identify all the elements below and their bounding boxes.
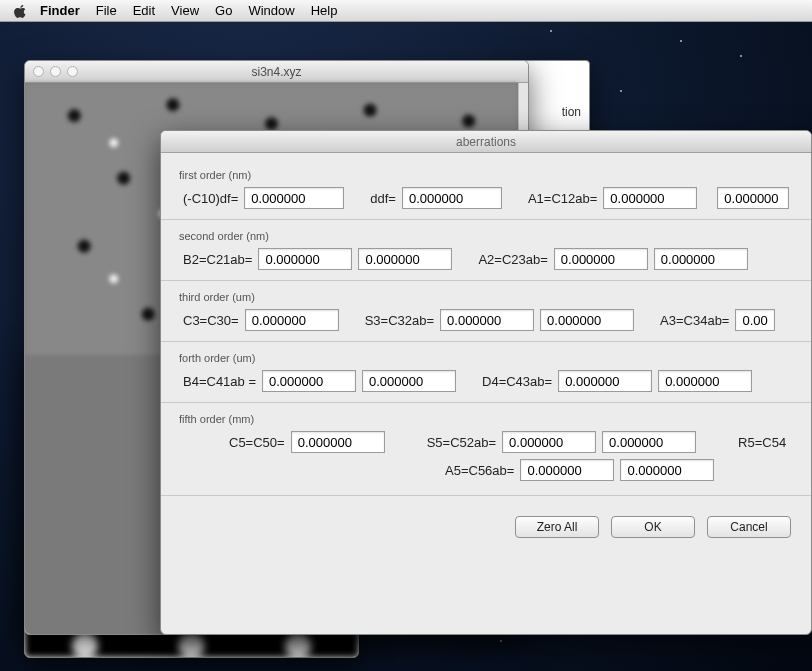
titlebar-aberrations[interactable]: aberrations: [161, 131, 811, 153]
input-s3a[interactable]: [440, 309, 534, 331]
menu-edit[interactable]: Edit: [133, 3, 155, 18]
divider: [161, 280, 811, 281]
input-a1b[interactable]: [717, 187, 789, 209]
label-a3: A3=C34ab=: [660, 313, 729, 328]
group-label-forth-order: forth order (um): [161, 346, 811, 370]
ok-button[interactable]: OK: [611, 516, 695, 538]
group-label-fifth-order: fifth order (mm): [161, 407, 811, 431]
label-s3: S3=C32ab=: [365, 313, 434, 328]
window-aberrations[interactable]: aberrations first order (nm) (-C10)df= d…: [160, 130, 812, 635]
zoom-icon[interactable]: [67, 66, 78, 77]
group-label-second-order: second order (nm): [161, 224, 811, 248]
cancel-button[interactable]: Cancel: [707, 516, 791, 538]
minimize-icon[interactable]: [50, 66, 61, 77]
aberrations-body: first order (nm) (-C10)df= ddf= A1=C12ab…: [161, 153, 811, 552]
menubar-app-name[interactable]: Finder: [40, 3, 80, 18]
label-ddf: ddf=: [370, 191, 396, 206]
row-forth-order: B4=C41ab = D4=C43ab=: [161, 370, 811, 398]
row-fifth-order-2: A5=C56ab=: [161, 459, 811, 491]
label-d4: D4=C43ab=: [482, 374, 552, 389]
input-s5a[interactable]: [502, 431, 596, 453]
row-fifth-order-1: C5=C50= S5=C52ab= R5=C54: [161, 431, 811, 459]
label-b2: B2=C21ab=: [183, 252, 252, 267]
group-label-third-order: third order (um): [161, 285, 811, 309]
input-a5a[interactable]: [520, 459, 614, 481]
label-c10: (-C10)df=: [183, 191, 238, 206]
menu-view[interactable]: View: [171, 3, 199, 18]
input-a2a[interactable]: [554, 248, 648, 270]
input-a3[interactable]: [735, 309, 775, 331]
label-a2: A2=C23ab=: [478, 252, 547, 267]
label-b4: B4=C41ab =: [183, 374, 256, 389]
label-c5: C5=C50=: [229, 435, 285, 450]
label-s5: S5=C52ab=: [427, 435, 496, 450]
traffic-lights[interactable]: [33, 66, 78, 77]
input-a2b[interactable]: [654, 248, 748, 270]
title-si3n4: si3n4.xyz: [25, 65, 528, 79]
input-b2a[interactable]: [258, 248, 352, 270]
menubar: Finder File Edit View Go Window Help: [0, 0, 812, 22]
apple-menu-icon[interactable]: [14, 4, 28, 18]
divider: [161, 495, 811, 496]
menu-window[interactable]: Window: [248, 3, 294, 18]
input-a1a[interactable]: [603, 187, 697, 209]
background-window-fragment: tion: [562, 105, 581, 119]
input-ddf[interactable]: [402, 187, 502, 209]
divider: [161, 341, 811, 342]
label-a5: A5=C56ab=: [445, 463, 514, 478]
input-c3[interactable]: [245, 309, 339, 331]
title-aberrations: aberrations: [161, 135, 811, 149]
label-a1: A1=C12ab=: [528, 191, 597, 206]
divider: [161, 219, 811, 220]
divider: [161, 402, 811, 403]
label-r5: R5=C54: [738, 435, 786, 450]
input-c10[interactable]: [244, 187, 344, 209]
input-c5[interactable]: [291, 431, 385, 453]
input-b2b[interactable]: [358, 248, 452, 270]
close-icon[interactable]: [33, 66, 44, 77]
menu-file[interactable]: File: [96, 3, 117, 18]
input-d4a[interactable]: [558, 370, 652, 392]
group-label-first-order: first order (nm): [161, 163, 811, 187]
menu-help[interactable]: Help: [311, 3, 338, 18]
menu-go[interactable]: Go: [215, 3, 232, 18]
input-b4b[interactable]: [362, 370, 456, 392]
input-s3b[interactable]: [540, 309, 634, 331]
row-second-order: B2=C21ab= A2=C23ab=: [161, 248, 811, 276]
row-first-order: (-C10)df= ddf= A1=C12ab=: [161, 187, 811, 215]
zero-all-button[interactable]: Zero All: [515, 516, 599, 538]
titlebar-si3n4[interactable]: si3n4.xyz: [25, 61, 528, 83]
input-b4a[interactable]: [262, 370, 356, 392]
label-c3: C3=C30=: [183, 313, 239, 328]
input-d4b[interactable]: [658, 370, 752, 392]
input-s5b[interactable]: [602, 431, 696, 453]
row-third-order: C3=C30= S3=C32ab= A3=C34ab=: [161, 309, 811, 337]
button-row: Zero All OK Cancel: [161, 500, 811, 552]
input-a5b[interactable]: [620, 459, 714, 481]
